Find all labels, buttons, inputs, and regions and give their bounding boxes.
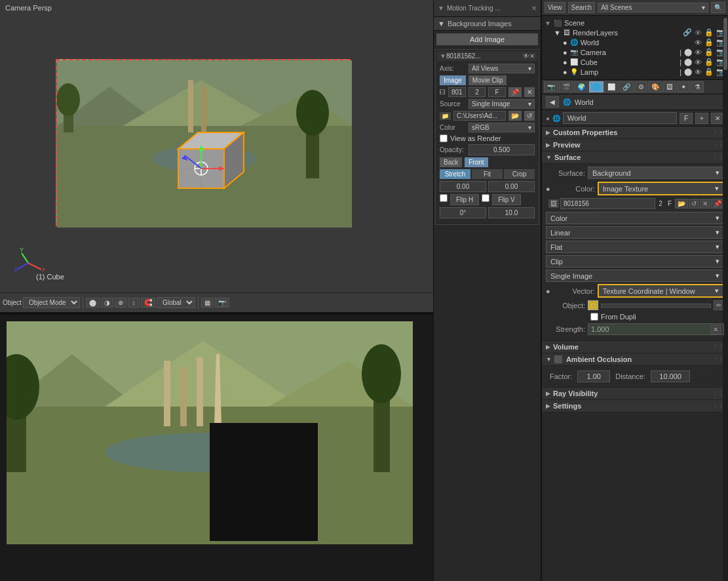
scale-pill[interactable]: 10.0 (488, 207, 535, 218)
preview-header[interactable]: ▶ Preview ⋮⋮ (542, 139, 728, 151)
texture-btn[interactable]: 🖼 (663, 81, 676, 92)
color-sub-dropdown[interactable]: Color ▾ (546, 212, 724, 224)
crop-btn[interactable]: Crop (504, 169, 535, 179)
cube-lock[interactable]: 🔒 (704, 58, 714, 66)
surface-header[interactable]: ▼ Surface ⋮⋮ (542, 151, 728, 164)
tree-world[interactable]: ● 🌐 World 👁 🔒 📷 (563, 37, 725, 47)
vector-dropdown[interactable]: Texture Coordinate | Window ▾ (598, 284, 724, 298)
tab-image[interactable]: Image (440, 75, 466, 85)
x-pill[interactable]: 0.00 (440, 181, 486, 192)
obj-props-btn[interactable]: ⬜ (604, 81, 619, 92)
world-name-input[interactable] (563, 112, 677, 124)
front-btn[interactable]: Front (465, 157, 488, 167)
img-x-btn[interactable]: ✕ (700, 199, 710, 209)
clip-dropdown[interactable]: Clip ▾ (546, 255, 724, 268)
linear-dropdown[interactable]: Linear ▾ (546, 226, 724, 239)
y-pill[interactable]: 0.00 (488, 181, 535, 192)
source-dropdown[interactable]: Single Image ▾ (469, 99, 535, 109)
world-props-btn[interactable]: 🌍 (574, 81, 588, 92)
opacity-value[interactable]: 0.500 (469, 144, 535, 155)
factor-input[interactable]: 1.00 (577, 371, 610, 382)
back-btn[interactable]: Back (440, 157, 462, 167)
obj-link-field[interactable] (601, 304, 711, 308)
view-btn[interactable]: ⬤ (86, 298, 100, 308)
item-expand[interactable]: ▼ (440, 52, 446, 60)
img-file-name[interactable]: 8018156 (560, 198, 655, 209)
vector-dot[interactable]: ● (546, 287, 550, 295)
color-dropdown[interactable]: sRGB ▾ (469, 123, 535, 132)
overlay-btn[interactable]: ▦ (201, 298, 214, 308)
mode-select[interactable]: Object Mode (23, 297, 80, 308)
num2-input[interactable]: 2 (469, 87, 486, 97)
from-dupli-cb[interactable] (590, 313, 598, 321)
cube-vis[interactable]: 👁 (695, 58, 702, 66)
search-btn[interactable]: Search (568, 2, 596, 13)
scenes-dropdown[interactable]: All Scenes ▾ (598, 3, 708, 12)
browse-btn[interactable]: 📂 (508, 111, 522, 121)
flip-v-cb[interactable] (482, 194, 489, 202)
width-input[interactable]: 801 (448, 87, 466, 97)
world-add-btn[interactable]: + (695, 113, 708, 124)
file-path[interactable]: C:\Users\Ad... (453, 111, 506, 121)
lamp-lock[interactable]: 🔒 (704, 68, 714, 76)
x-btn[interactable]: ✕ (524, 87, 535, 97)
fit-btn[interactable]: Fit (472, 169, 503, 179)
axis-dropdown[interactable]: All Views ▾ (469, 64, 535, 73)
flip-h-btn[interactable]: Flip H (450, 194, 479, 205)
img-browse-btn[interactable]: 📂 (675, 199, 688, 209)
snap-btn[interactable]: 🧲 (141, 298, 155, 308)
ao-checkbox-icon[interactable] (554, 355, 562, 363)
tree-lamp[interactable]: ● 💡 Lamp | ⬤ 👁 🔒 📷 (563, 67, 725, 77)
world-nav-back[interactable]: ◀ (546, 96, 559, 108)
img-reload-btn[interactable]: ↺ (689, 199, 699, 209)
img-pin-btn[interactable]: 📌 (711, 199, 724, 209)
ao-header[interactable]: ▼ Ambient Occlusion ⋮⋮ (542, 353, 728, 366)
tree-scene[interactable]: ▼ ⬛ Scene (545, 18, 725, 28)
particle-btn[interactable]: ✦ (677, 81, 690, 92)
panel-collapse-icon[interactable]: ▼ (438, 5, 444, 12)
world-vis[interactable]: 👁 (695, 39, 702, 47)
cam-lock[interactable]: 🔒 (704, 48, 714, 56)
strength-slider[interactable]: 1.000 ✕ (588, 323, 724, 335)
zoom-btn[interactable]: 🔍 (711, 2, 725, 13)
lamp-vis[interactable]: 👁 (695, 68, 702, 76)
ray-vis-header[interactable]: ▶ Ray Visibility ⋮⋮ (542, 388, 728, 400)
close-icon[interactable]: ✕ (529, 52, 535, 60)
tab-movie[interactable]: Movie Clip (469, 75, 507, 85)
tree-renderlayers[interactable]: ▼ 🖼 RenderLayers 🔗 👁 🔒 📷 (554, 28, 725, 37)
material-btn[interactable]: 🎨 (648, 81, 662, 92)
color-value-dropdown[interactable]: Image Texture ▾ (598, 182, 724, 195)
physics-btn[interactable]: ⚗ (691, 81, 704, 92)
pin-btn[interactable]: 📌 (508, 87, 522, 97)
frame-input[interactable]: F (488, 87, 506, 97)
scene-props-btn[interactable]: 🎬 (559, 81, 573, 92)
single-image-dropdown[interactable]: Single Image ▾ (546, 270, 724, 282)
render-btn[interactable]: 📷 (215, 298, 229, 308)
eye-icon[interactable]: 👁 (523, 52, 529, 60)
tree-camera[interactable]: ● 📷 Camera | ⬤ 👁 🔒 📷 (563, 47, 725, 57)
bg-images-header[interactable]: ▼ Background Images (434, 17, 541, 31)
folder-icon[interactable]: 📁 (440, 112, 451, 120)
stretch-btn[interactable]: Stretch (440, 169, 470, 179)
r-pill[interactable]: 0° (440, 207, 486, 218)
transform-select[interactable]: Global (157, 297, 195, 308)
flip-h-cb[interactable] (440, 194, 448, 202)
world-remove-btn[interactable]: ✕ (711, 113, 724, 124)
distance-input[interactable]: 10.000 (651, 371, 690, 382)
custom-props-header[interactable]: ▶ Custom Properties ⋮⋮ (542, 127, 728, 139)
flip-v-btn[interactable]: Flip V (492, 194, 521, 205)
view-menu-btn[interactable]: View (545, 2, 565, 13)
flat-dropdown[interactable]: Flat ▾ (546, 241, 724, 253)
volume-header[interactable]: ▶ Volume ⋮⋮ (542, 341, 728, 353)
rl-vis-icon[interactable]: 👁 (695, 29, 702, 37)
viewport-3d[interactable]: Camera Persp (0, 0, 433, 313)
shading-btn[interactable]: ◑ (101, 298, 113, 308)
world-active-btn[interactable]: 🌐 (589, 81, 603, 92)
world-f-btn[interactable]: F (680, 113, 693, 124)
constraint-btn[interactable]: 🔗 (619, 81, 634, 92)
settings-header[interactable]: ▶ Settings ⋮⋮ (542, 400, 728, 412)
render-props-btn[interactable]: 📷 (544, 81, 558, 92)
transform-btn[interactable]: ↕ (128, 298, 140, 308)
panel-icon[interactable]: ✕ (531, 5, 537, 12)
world-lock[interactable]: 🔒 (704, 38, 714, 47)
